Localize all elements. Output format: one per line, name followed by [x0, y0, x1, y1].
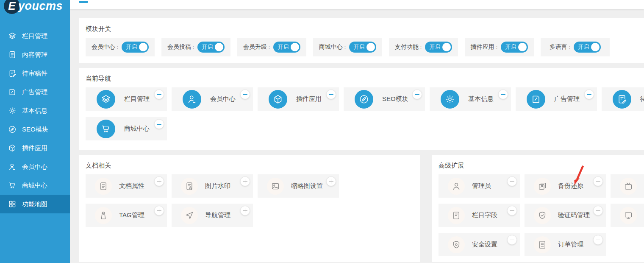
- plus-icon: [329, 179, 333, 184]
- sidebar-item-label: 栏目管理: [22, 32, 47, 40]
- plugin-cube-icon: [8, 144, 17, 152]
- add-card-button[interactable]: [593, 206, 603, 215]
- adv-card-captcha[interactable]: 验证码管理: [525, 204, 606, 227]
- member-icon: [183, 90, 201, 109]
- member-icon: [8, 162, 17, 171]
- adv-card-label: 订单管理: [558, 241, 583, 249]
- add-card-button[interactable]: [240, 176, 250, 186]
- toggle-knob: [518, 43, 527, 51]
- nav-card-members[interactable]: 会员中心: [172, 87, 253, 111]
- sidebar-item-mall[interactable]: 商城中心: [0, 176, 70, 195]
- adv-card-label: 验证码管理: [558, 211, 590, 219]
- toggle-switch[interactable]: 开启: [425, 42, 452, 53]
- nav-card-basic-info[interactable]: 基本信息: [430, 87, 511, 111]
- doc-card-label: TAG管理: [119, 211, 144, 219]
- toggle-label: 会员中心: [92, 43, 115, 51]
- tv-icon: [620, 178, 637, 195]
- sidebar-item-plugins[interactable]: 插件应用: [0, 139, 70, 157]
- add-card-button[interactable]: [507, 176, 517, 186]
- doc-card-navigation[interactable]: 导航管理: [172, 204, 253, 227]
- adv-card-backup-restore[interactable]: 备份还原: [525, 174, 606, 198]
- nav-card-plugins[interactable]: 插件应用: [258, 87, 339, 111]
- doc-card-thumbnail[interactable]: 缩略图设置: [258, 174, 339, 198]
- minus-icon: [501, 94, 505, 95]
- nav-card-mall[interactable]: 商城中心: [86, 117, 167, 140]
- toggle-state-label: 开启: [278, 43, 289, 51]
- sidebar-item-members[interactable]: 会员中心: [0, 157, 70, 176]
- nav-card-seo[interactable]: SEO模块: [344, 87, 425, 111]
- add-card-button[interactable]: [154, 206, 164, 215]
- toggle-separator: :: [419, 44, 424, 50]
- doc-card-watermark[interactable]: 图片水印: [172, 174, 253, 198]
- doc-card-tag[interactable]: TAG管理: [86, 204, 167, 227]
- nav-card-label: 商城中心: [124, 125, 150, 133]
- nav-card-ads[interactable]: 广告管理: [516, 87, 597, 111]
- plus-icon: [596, 208, 600, 213]
- adv-card-label: 备份还原: [558, 182, 583, 190]
- sidebar-item-pending-review[interactable]: 待审稿件: [0, 64, 70, 83]
- sidebar-item-seo[interactable]: SEO模块: [0, 120, 70, 139]
- nav-card-columns[interactable]: 栏目管理: [86, 87, 167, 111]
- add-card-button[interactable]: [326, 176, 336, 186]
- toggle-switch[interactable]: 开启: [197, 42, 225, 53]
- watermark-icon: [181, 178, 198, 195]
- adv-card-column-fields[interactable]: 栏目字段: [439, 204, 520, 227]
- adv-card-tv[interactable]: [611, 174, 644, 198]
- panel-title: 当前导航: [79, 68, 644, 87]
- toggle-switch[interactable]: 开启: [349, 42, 376, 53]
- toggle-knob: [291, 43, 299, 51]
- remove-card-button[interactable]: [584, 90, 594, 99]
- adv-card-label: 安全设置: [472, 241, 497, 249]
- doc-card-attributes[interactable]: 文档属性: [86, 174, 167, 198]
- main-content: 模块开关 会员中心 : 开启 会员投稿 : 开启 会员升级 : 开启 商城中心 …: [70, 9, 644, 263]
- minus-icon: [415, 94, 419, 95]
- sidebar-item-basic-info[interactable]: 基本信息: [0, 101, 70, 120]
- panel-advanced-extensions: 高级扩展 管理员 备份还原: [432, 155, 644, 262]
- admin-person-icon: [448, 178, 465, 195]
- add-card-button[interactable]: [593, 176, 603, 186]
- sidebar-nav: 栏目管理 内容管理 待审稿件 广告管理 基本信息 SEO模块 插件应用 会员中: [0, 27, 70, 213]
- menu-toggle-icon[interactable]: [79, 1, 88, 3]
- captcha-shield-icon: [534, 207, 551, 224]
- remove-card-button[interactable]: [326, 90, 336, 99]
- remove-card-button[interactable]: [498, 90, 508, 99]
- plus-icon: [596, 179, 600, 184]
- adv-card-security[interactable]: 安全设置: [439, 233, 520, 256]
- app-logo: E youcms: [4, 0, 70, 16]
- remove-card-button[interactable]: [412, 90, 422, 99]
- sidebar-item-columns[interactable]: 栏目管理: [0, 27, 70, 45]
- remove-card-button[interactable]: [240, 90, 250, 99]
- nav-card-pending-review[interactable]: 待审稿件: [602, 87, 644, 111]
- module-toggle-member-upgrade: 会员升级 : 开启: [237, 38, 306, 56]
- toggle-switch[interactable]: 开启: [273, 42, 300, 53]
- remove-card-button[interactable]: [154, 119, 164, 129]
- add-card-button[interactable]: [154, 176, 164, 186]
- toggle-switch[interactable]: 开启: [501, 42, 528, 53]
- sidebar-item-label: 功能地图: [22, 200, 47, 208]
- plus-icon: [157, 208, 161, 213]
- seo-link-icon: [355, 90, 373, 109]
- monitor-icon: [620, 207, 637, 224]
- add-card-button[interactable]: [507, 206, 517, 215]
- add-card-button[interactable]: [507, 235, 517, 245]
- toggle-label: 商城中心: [319, 43, 343, 51]
- remove-card-button[interactable]: [154, 90, 164, 99]
- adv-card-orders[interactable]: 订单管理: [525, 233, 606, 256]
- sidebar-item-ads[interactable]: 广告管理: [0, 83, 70, 101]
- toggle-label: 会员投稿: [167, 43, 191, 51]
- order-doc-icon: [534, 236, 551, 253]
- review-doc-icon: [8, 69, 17, 78]
- sidebar: E youcms 栏目管理 内容管理 待审稿件 广告管理 基本信息 SEO模块: [0, 0, 70, 263]
- toggle-knob: [366, 43, 375, 51]
- tag-icon: [95, 207, 112, 224]
- toggle-switch[interactable]: 开启: [122, 42, 149, 53]
- toggle-separator: :: [115, 44, 120, 50]
- adv-card-admin[interactable]: 管理员: [439, 174, 520, 198]
- sidebar-item-function-map[interactable]: 功能地图: [0, 195, 70, 213]
- toggle-knob: [442, 43, 451, 51]
- add-card-button[interactable]: [593, 235, 603, 245]
- add-card-button[interactable]: [240, 206, 250, 215]
- adv-card-monitor[interactable]: [611, 204, 644, 227]
- toggle-switch[interactable]: 开启: [574, 42, 601, 53]
- sidebar-item-content[interactable]: 内容管理: [0, 45, 70, 64]
